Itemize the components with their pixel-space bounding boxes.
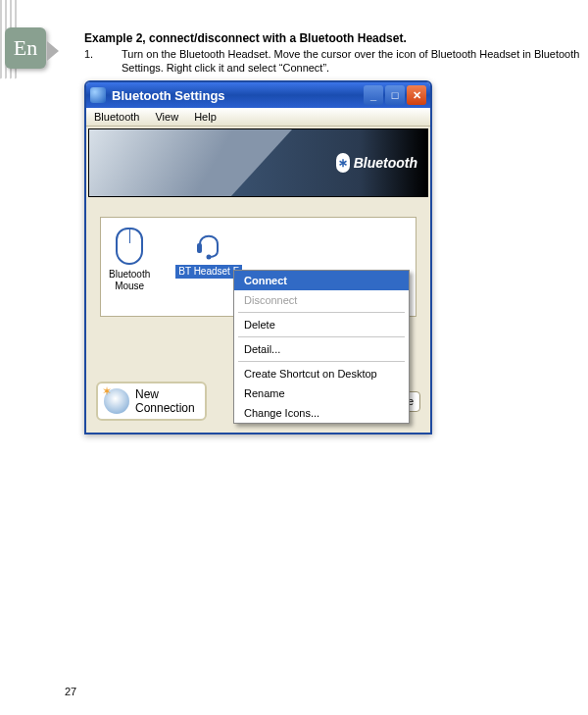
- window-controls: _ □ ✕: [364, 85, 426, 105]
- device-bt-headset[interactable]: BT Headset F: [175, 228, 242, 279]
- bluetooth-settings-window: Bluetooth Settings _ □ ✕ Bluetooth View …: [84, 80, 432, 434]
- device-bluetooth-mouse[interactable]: Bluetooth Mouse: [109, 228, 150, 292]
- content-area: Example 2, connect/disconnect with a Blu…: [84, 31, 584, 434]
- cm-separator: [238, 336, 405, 337]
- mouse-icon: [116, 228, 143, 265]
- headset-icon: [194, 228, 223, 261]
- banner-image: [89, 129, 292, 196]
- language-badge: En: [5, 27, 46, 69]
- page-number: 27: [65, 686, 76, 697]
- menu-bluetooth[interactable]: Bluetooth: [94, 111, 139, 123]
- brand-banner: ∗ Bluetooth: [88, 128, 428, 197]
- app-icon: [90, 87, 106, 103]
- page-margin-decoration: En: [0, 0, 49, 78]
- cm-detail[interactable]: Detail...: [234, 339, 409, 359]
- close-button[interactable]: ✕: [407, 85, 426, 105]
- new-connection-button[interactable]: New Connection: [96, 382, 207, 421]
- menu-view[interactable]: View: [155, 111, 178, 123]
- bluetooth-logo-text: Bluetooth: [354, 155, 417, 171]
- cm-disconnect: Disconnect: [234, 290, 409, 310]
- new-connection-label: New Connection: [135, 387, 195, 415]
- cm-delete[interactable]: Delete: [234, 315, 409, 334]
- cm-separator: [238, 361, 405, 362]
- device-label-mouse: Bluetooth Mouse: [109, 269, 150, 292]
- bluetooth-logo: ∗ Bluetooth: [336, 153, 417, 173]
- device-label-headset: BT Headset F: [175, 265, 242, 279]
- window-titlebar[interactable]: Bluetooth Settings _ □ ✕: [86, 82, 430, 108]
- deco-arrow: [47, 41, 59, 61]
- cm-rename[interactable]: Rename: [234, 383, 409, 403]
- cm-separator: [238, 312, 405, 313]
- svg-rect-0: [197, 243, 202, 253]
- bluetooth-icon: ∗: [336, 153, 350, 173]
- context-menu: Connect Disconnect Delete Detail... Crea…: [233, 270, 410, 424]
- menu-bar: Bluetooth View Help: [86, 108, 430, 127]
- devices-area: Bluetooth Mouse BT Headset F Connect Dis…: [86, 199, 430, 376]
- minimize-button[interactable]: _: [364, 85, 383, 105]
- menu-help[interactable]: Help: [194, 111, 217, 123]
- svg-point-1: [207, 255, 212, 260]
- antenna-icon: [104, 388, 129, 414]
- cm-connect[interactable]: Connect: [234, 271, 409, 290]
- step-number: 1.: [84, 47, 122, 75]
- step-item: 1. Turn on the Bluetooth Headset. Move t…: [84, 47, 584, 75]
- maximize-button[interactable]: □: [385, 85, 405, 105]
- cm-create-shortcut[interactable]: Create Shortcut on Desktop: [234, 364, 409, 383]
- example-heading: Example 2, connect/disconnect with a Blu…: [84, 31, 584, 45]
- step-text: Turn on the Bluetooth Headset. Move the …: [122, 47, 584, 75]
- window-title: Bluetooth Settings: [112, 88, 364, 103]
- cm-change-icons[interactable]: Change Icons...: [234, 403, 409, 423]
